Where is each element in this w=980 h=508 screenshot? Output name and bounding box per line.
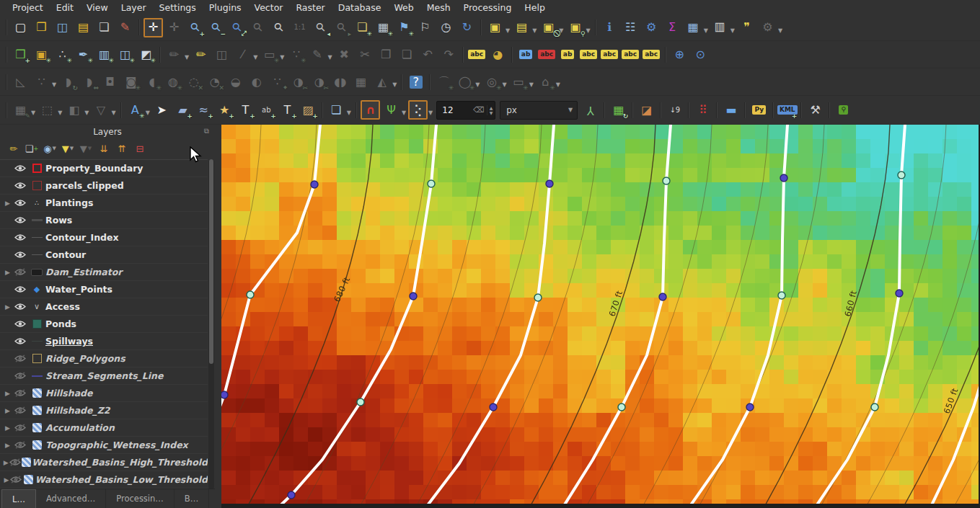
open-attribute-table-button[interactable]: ▦ <box>684 18 703 37</box>
manage-map-themes-button[interactable]: ◉▼ <box>42 141 58 156</box>
menu-web[interactable]: Web <box>387 1 420 14</box>
enable-advanced-digitizing-button[interactable]: ◺ <box>11 72 30 92</box>
visibility-eye-off-icon[interactable] <box>12 441 28 449</box>
dropdown-arrow-icon[interactable]: ▼ <box>704 27 708 34</box>
layer-item-contour[interactable]: Contour <box>0 246 208 264</box>
new-virtual-layer-button[interactable]: ◫✳ <box>115 45 135 64</box>
layer-item-contour_index[interactable]: Contour_Index <box>0 229 208 246</box>
visibility-eye-off-icon[interactable] <box>12 268 28 276</box>
layer-item-spillways[interactable]: Spillways <box>0 333 208 350</box>
expand-all-button[interactable]: ⇊ <box>96 141 112 156</box>
panel-float-icon[interactable]: ⧉ <box>204 127 209 135</box>
delete-part-button[interactable]: ◒ <box>226 72 245 92</box>
attribute-table-refresh-plugin-button[interactable]: ▦↻ <box>609 100 628 120</box>
split-features-button[interactable]: ◑✂ <box>288 72 308 92</box>
visibility-eye-icon[interactable] <box>12 320 28 328</box>
delete-selected-button[interactable]: ✖ <box>335 45 354 64</box>
layer-item-dam_estimator[interactable]: ▶Dam_Estimator <box>0 264 208 281</box>
show-statistics-button[interactable]: Σ <box>663 18 682 37</box>
collapse-all-button[interactable]: ⇈ <box>114 141 130 156</box>
digitize-regular-polygon-button[interactable]: ⌂✳ <box>536 72 555 92</box>
merge-selected-features-button[interactable]: ◖◗ <box>330 72 350 92</box>
remove-layer-button[interactable]: ⊟ <box>132 141 148 156</box>
snapping-type-vertex-button[interactable]: ⢕ <box>408 100 428 120</box>
dropdown-arrow-icon[interactable]: ▼ <box>111 110 115 116</box>
vertex-marker-purple[interactable] <box>410 293 417 300</box>
menu-processing[interactable]: Processing <box>457 1 518 14</box>
layer-item-property_boundary[interactable]: Property_Boundary <box>0 160 208 177</box>
vertex-marker-purple[interactable] <box>311 181 318 188</box>
menu-vector[interactable]: Vector <box>248 1 290 14</box>
add-group-button[interactable]: ❏+ <box>24 141 40 156</box>
construction-tools-button[interactable]: ∵ <box>32 72 51 92</box>
snapping-tolerance-value[interactable]: 12 <box>437 105 473 115</box>
expand-arrow-icon[interactable]: ▶ <box>3 390 12 397</box>
vertex-tool-button[interactable]: ∵✳ <box>286 45 306 64</box>
vertex-marker-purple[interactable] <box>490 404 497 411</box>
dropdown-arrow-icon[interactable]: ▼ <box>52 81 56 88</box>
dock-tab-processin[interactable]: Processin… <box>106 489 175 508</box>
new-project-button[interactable]: ▢ <box>11 18 30 37</box>
expand-arrow-icon[interactable]: ▶ <box>3 424 12 432</box>
layer-item-access[interactable]: ▶∨Access <box>0 298 208 316</box>
show-spatial-bookmarks-button[interactable]: ⚐ <box>415 18 435 37</box>
rotate-feature-button[interactable]: ◘ <box>100 72 120 92</box>
select-features-by-value-button[interactable]: ▤ <box>512 18 531 37</box>
metasearch-add-services-button[interactable]: ⊕ <box>670 45 689 64</box>
dropdown-arrow-icon[interactable]: ▼ <box>58 110 62 116</box>
statistical-summary-abacus-button[interactable]: ☷ <box>621 18 640 37</box>
dropdown-arrow-icon[interactable]: ▼ <box>402 110 406 116</box>
zoom-native-resolution-button[interactable]: 1:1 <box>290 18 309 37</box>
menu-help[interactable]: Help <box>518 1 552 14</box>
vertex-marker-cyan[interactable] <box>618 404 625 411</box>
zoom-out-button[interactable]: ⚲− <box>206 18 226 37</box>
new-shapefile-layer-button[interactable]: ∴✳ <box>53 45 72 64</box>
vertex-marker-cyan[interactable] <box>898 171 905 179</box>
menu-edit[interactable]: Edit <box>50 1 80 14</box>
whats-this-help-button[interactable]: ? <box>406 72 425 92</box>
redo-button[interactable]: ↷ <box>439 45 459 64</box>
fill-ring-button[interactable]: ◌✕ <box>184 72 203 92</box>
red-dots-grid-plugin-button[interactable]: ⠿ <box>693 100 712 120</box>
visibility-eye-icon[interactable] <box>12 251 28 259</box>
serial-numbering-plugin-button[interactable]: ↓9 <box>665 100 684 120</box>
menu-database[interactable]: Database <box>332 1 388 14</box>
metasearch-search-button[interactable]: ⊙ <box>691 45 710 64</box>
kml-tools-plugin-button[interactable]: KML+ <box>777 100 797 120</box>
expand-arrow-icon[interactable]: ▶ <box>3 200 12 207</box>
zoom-level-plugin-button[interactable]: ⚲ <box>834 100 853 120</box>
processing-toolbox-button[interactable]: ⚙ <box>642 18 661 37</box>
pan-map-button[interactable]: ✛ <box>144 18 163 37</box>
scrollbar-thumb[interactable] <box>209 159 213 364</box>
dropdown-arrow-icon[interactable]: ▼ <box>532 27 537 34</box>
layer-item-accumulation[interactable]: ▶Accumulation <box>0 419 208 437</box>
layer-export-plugin-button[interactable]: ◪ <box>637 100 656 120</box>
vertex-marker-cyan[interactable] <box>871 404 878 411</box>
layer-item-watershed_basins_high_threshold[interactable]: ▶Watershed_Basins_High_Threshold <box>0 454 208 471</box>
enable-snapping-button[interactable]: ∩ <box>361 100 380 120</box>
menu-project[interactable]: Project <box>6 1 50 14</box>
deselect-features-button[interactable]: ▣⃠ <box>539 18 558 37</box>
menu-view[interactable]: View <box>80 1 115 14</box>
paste-features-button[interactable]: ❏ <box>397 45 417 64</box>
select-mesh-elements-button[interactable]: ⬚ <box>37 100 57 120</box>
open-data-source-manager-button[interactable]: ❒+ <box>11 45 30 64</box>
change-label-properties-button[interactable]: abc <box>642 45 661 64</box>
zoom-in-button[interactable]: ⚲+ <box>185 18 205 37</box>
copy-and-move-feature-button[interactable]: ◗⇔ <box>79 72 99 92</box>
digitize-mesh-elements-button[interactable]: ▦✎ <box>11 100 30 120</box>
dropdown-arrow-icon[interactable]: ▼ <box>778 27 782 34</box>
dropdown-arrow-icon[interactable]: ▼ <box>502 81 506 88</box>
enable-tracing-button[interactable]: Y <box>581 100 600 120</box>
select-annotation-button[interactable]: ➤ <box>152 100 172 120</box>
vertex-marker-purple[interactable] <box>659 293 666 300</box>
layer-diagram-options-button[interactable]: ◕ <box>488 45 508 64</box>
expand-arrow-icon[interactable]: ▶ <box>3 442 12 449</box>
open-project-button[interactable]: ❒ <box>32 18 51 37</box>
dock-tab-l[interactable]: L… <box>1 489 36 508</box>
pin-unpin-labels-button[interactable]: ab <box>516 45 536 64</box>
visibility-eye-icon[interactable] <box>12 182 28 190</box>
lastools-plugin-button[interactable]: ⚒ <box>805 100 825 120</box>
expand-arrow-icon[interactable]: ▶ <box>3 407 12 414</box>
visibility-eye-off-icon[interactable] <box>12 372 28 380</box>
